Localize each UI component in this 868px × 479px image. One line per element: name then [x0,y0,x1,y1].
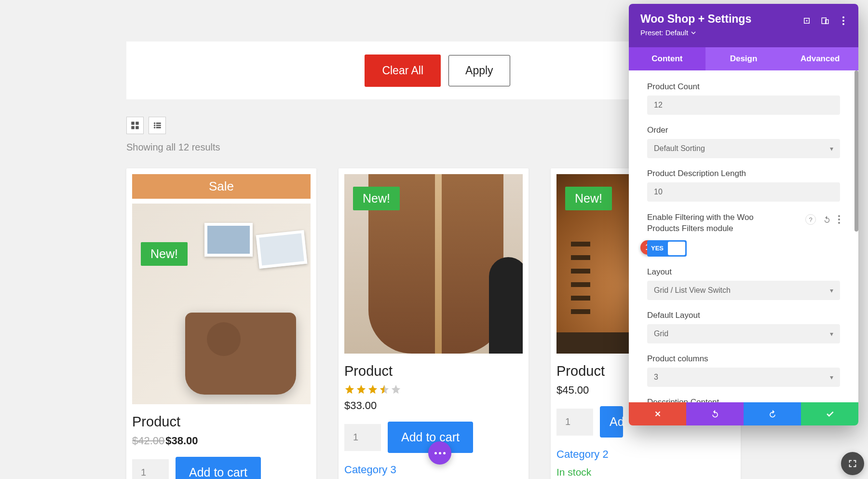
svg-rect-3 [136,126,138,129]
svg-rect-5 [156,123,161,124]
stock-status: In stock [556,466,735,478]
svg-point-17 [838,215,840,217]
save-button[interactable] [801,402,858,425]
panel-body[interactable]: Product Count Order Default Sorting ▾ Pr… [629,70,858,402]
product-title[interactable]: Product [132,414,311,430]
layout-select[interactable]: Grid / List View Switch ▾ [647,281,840,300]
enable-filtering-toggle[interactable]: YES [647,240,687,257]
product-rating [344,384,523,395]
current-price: $38.00 [165,435,198,447]
cancel-button[interactable] [629,402,686,425]
svg-point-16 [842,23,844,25]
sale-badge: Sale [132,174,311,199]
list-icon [153,121,162,130]
select-caret-icon: ▾ [830,373,833,381]
module-options-button[interactable] [428,441,451,465]
preset-label: Preset: Default [640,28,688,37]
panel-scrollbar[interactable] [854,70,858,232]
select-value: Default Sorting [654,144,705,153]
product-title[interactable]: Product [344,363,523,379]
svg-point-8 [154,127,155,128]
more-icon[interactable] [838,15,849,26]
columns-select[interactable]: 3 ▾ [647,368,840,387]
description-length-input[interactable] [647,182,840,202]
preset-selector[interactable]: Preset: Default [640,28,847,37]
quantity-stepper[interactable] [132,459,169,479]
panel-title: Woo Shop + Settings [640,13,847,26]
select-caret-icon: ▾ [830,287,833,294]
apply-button[interactable]: Apply [448,55,510,86]
clear-all-button[interactable]: Clear All [365,55,441,87]
reset-icon[interactable] [823,215,831,224]
select-caret-icon: ▾ [830,145,833,152]
add-to-cart-button[interactable]: Add to cart [600,406,623,438]
svg-rect-2 [132,126,134,129]
preview-icon[interactable] [801,15,812,26]
undo-button[interactable] [686,402,744,425]
svg-rect-0 [132,122,134,124]
field-label: Product columns [647,354,840,364]
svg-point-4 [154,123,155,124]
svg-rect-7 [156,125,161,126]
svg-rect-9 [156,127,161,128]
view-grid-button[interactable] [126,117,144,134]
quantity-stepper[interactable] [344,424,381,451]
tab-design[interactable]: Design [705,47,782,70]
responsive-icon[interactable] [820,15,830,26]
field-label: Layout [647,267,840,277]
field-label: Product Count [647,82,840,92]
field-label: Product Description Length [647,169,840,178]
product-price: $33.00 [344,399,523,412]
select-value: 3 [654,373,658,382]
expand-button[interactable] [841,452,864,475]
product-price: $42.00$38.00 [132,435,311,447]
select-value: Grid [654,329,668,338]
panel-header[interactable]: Woo Shop + Settings Preset: Default [629,4,858,47]
product-image[interactable]: New! [132,204,311,404]
tab-content[interactable]: Content [629,47,705,70]
product-image[interactable]: New! [344,174,523,354]
svg-point-14 [842,16,844,18]
svg-rect-1 [136,122,138,124]
settings-panel: Woo Shop + Settings Preset: Default Cont… [629,4,858,425]
new-badge: New! [141,242,188,266]
panel-footer [629,402,858,425]
add-to-cart-button[interactable]: Add to cart [176,457,261,479]
view-list-button[interactable] [149,117,166,134]
product-card[interactable]: Sale New! Product $42.00$38.00 Add to ca… [126,168,316,479]
svg-point-18 [838,219,840,220]
tab-advanced[interactable]: Advanced [782,47,858,70]
field-label: Enable Filtering with the Woo Products F… [647,212,768,234]
field-label: Default Layout [647,311,840,320]
old-price: $42.00 [132,435,164,447]
svg-point-11 [806,20,808,22]
redo-icon [768,409,777,419]
more-icon [434,452,446,454]
quantity-stepper[interactable] [556,409,593,436]
svg-point-15 [842,20,844,22]
svg-point-6 [154,125,155,126]
toggle-label: YES [651,245,664,252]
undo-icon [710,409,720,419]
check-icon [825,409,835,419]
default-layout-select[interactable]: Grid ▾ [647,324,840,343]
field-label: Description Content [647,397,840,402]
help-icon[interactable]: ? [805,214,816,225]
new-badge: New! [565,187,612,210]
expand-icon [847,458,858,469]
grid-icon [131,121,139,130]
more-icon[interactable] [838,215,840,224]
toggle-knob [668,242,685,255]
select-value: Grid / List View Switch [654,286,731,295]
product-card[interactable]: New! Product $33.00 Add to cart Category… [339,168,529,479]
select-caret-icon: ▾ [830,330,833,338]
product-count-input[interactable] [647,96,840,115]
redo-button[interactable] [744,402,801,425]
svg-point-19 [838,222,840,224]
category-link[interactable]: Category 2 [556,448,609,461]
new-badge: New! [353,187,400,210]
field-label: Order [647,125,840,135]
order-select[interactable]: Default Sorting ▾ [647,139,840,158]
category-link[interactable]: Category 3 [344,464,396,476]
close-icon [653,410,662,418]
